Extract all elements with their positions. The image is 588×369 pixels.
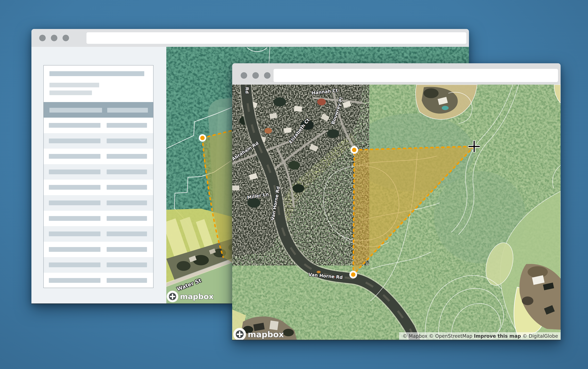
- window-control-icon[interactable]: [241, 72, 247, 79]
- browser-chrome: [31, 29, 469, 47]
- table-row[interactable]: [44, 133, 153, 149]
- window-control-icon[interactable]: [264, 72, 271, 79]
- url-bar[interactable]: [86, 32, 466, 44]
- map-attribution: © Mapbox © OpenStreetMap Improve this ma…: [399, 332, 561, 340]
- browser-window-front: Rd Hannah Ct Bouwrey Pl Elizabeth Ct Abr…: [232, 63, 561, 340]
- table-row[interactable]: [44, 226, 153, 242]
- attribution-digitalglobe-link[interactable]: © DigitalGlobe: [521, 333, 558, 339]
- table-body: [44, 118, 153, 288]
- results-panel: [43, 65, 153, 288]
- window-control-icon[interactable]: [62, 35, 69, 41]
- window-control-icon[interactable]: [39, 35, 46, 41]
- placeholder-subtitle: [50, 83, 99, 87]
- svg-text:mapbox: mapbox: [248, 330, 284, 339]
- table-row[interactable]: [44, 180, 153, 195]
- table-row[interactable]: [44, 242, 153, 257]
- attribution-mapbox-link[interactable]: © Mapbox: [403, 333, 429, 339]
- window-control-icon[interactable]: [51, 35, 57, 41]
- sidebar: [31, 47, 166, 303]
- placeholder-title: [50, 71, 144, 76]
- table-row[interactable]: [44, 257, 153, 273]
- improve-this-map-link[interactable]: Improve this map: [474, 333, 521, 339]
- table-header: [44, 102, 153, 118]
- table-row[interactable]: [44, 149, 153, 164]
- attribution-osm-link[interactable]: © OpenStreetMap: [429, 333, 474, 339]
- browser-chrome: [232, 63, 561, 85]
- mapbox-logo[interactable]: mapbox: [233, 328, 284, 340]
- table-row[interactable]: [44, 164, 153, 180]
- url-bar[interactable]: [274, 69, 558, 82]
- mapbox-logo[interactable]: mapbox: [167, 291, 213, 302]
- table-row[interactable]: [44, 273, 153, 288]
- map-canvas-front[interactable]: Rd Hannah Ct Bouwrey Pl Elizabeth Ct Abr…: [232, 85, 561, 340]
- street-label: Rd: [244, 87, 250, 94]
- placeholder-subtitle: [50, 91, 92, 95]
- window-control-icon[interactable]: [252, 72, 259, 79]
- table-row[interactable]: [44, 195, 153, 211]
- svg-text:mapbox: mapbox: [180, 292, 213, 301]
- table-row[interactable]: [44, 118, 153, 133]
- table-row[interactable]: [44, 211, 153, 226]
